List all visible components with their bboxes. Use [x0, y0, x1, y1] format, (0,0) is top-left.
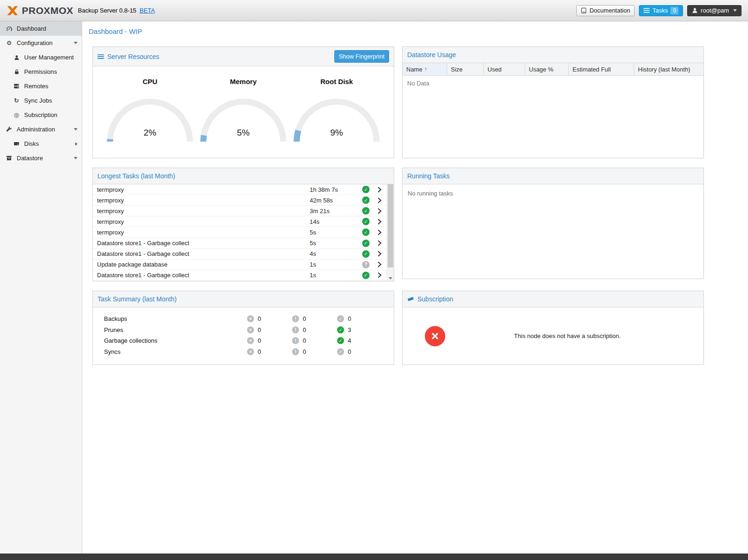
column-header-size[interactable]: Size [447, 63, 484, 75]
unlock-icon [13, 69, 20, 75]
gauges: CPU 2% Memory 5% Root Disk 9% [93, 66, 394, 158]
summary-row: Prunes ×0 !0 ✓3 [93, 325, 394, 336]
disks-icon [13, 141, 20, 147]
life-ring-icon: ◎ [13, 112, 20, 118]
status-icon: ✓ [362, 196, 370, 204]
tasks-label: Tasks [652, 7, 668, 14]
task-row[interactable]: termproxy 42m 58s ✓ [93, 195, 387, 206]
proxmox-logo: PROXMOX [7, 5, 73, 17]
gauge-value: 5% [199, 128, 287, 138]
longest-tasks-panel: Longest Tasks (last Month) termproxy 1h … [92, 168, 394, 281]
gauge-memory: Memory 5% [199, 78, 287, 158]
tasks-count-badge: 0 [670, 7, 678, 14]
status-icon: ✓ [362, 186, 370, 193]
top-bar: PROXMOX Backup Server 0.8-15 BETA Docume… [0, 0, 748, 21]
sidebar-item-label: Datastore [17, 155, 43, 162]
sidebar: Dashboard ⚙ Configuration User Managemen… [0, 21, 82, 553]
chevron-right-icon[interactable] [373, 272, 386, 278]
chevron-right-icon[interactable] [373, 208, 386, 214]
column-header-name[interactable]: Name ↑ [403, 63, 447, 75]
user-icon [692, 7, 698, 13]
gauge-arc [106, 98, 194, 146]
status-icon: ✓ [362, 207, 370, 215]
sidebar-item-remotes[interactable]: Remotes [0, 79, 82, 93]
chevron-right-icon[interactable] [373, 219, 386, 225]
error-icon: × [247, 326, 254, 333]
sidebar-item-permissions[interactable]: Permissions [0, 65, 82, 79]
scrollbar-thumb[interactable] [388, 184, 393, 267]
task-summary-table: Backups ×0 !0 ✓0 Prunes ×0 !0 ✓3 Gar [93, 307, 394, 365]
warning-icon: ! [292, 337, 299, 344]
archive-icon [6, 155, 13, 161]
proxmox-wordmark: PROXMOX [22, 5, 73, 16]
status-icon: ✓ [362, 240, 370, 247]
chevron-right-icon[interactable] [373, 229, 386, 235]
task-row[interactable]: Datastore store1 - Garbage collect 4s ✓ [93, 249, 387, 260]
panel-title: Subscription [417, 295, 453, 303]
chevron-right-icon [75, 142, 78, 146]
task-row[interactable]: Datastore store1 - Garbage collect 5s ✓ [93, 238, 387, 249]
gauge-value: 9% [293, 128, 381, 138]
sidebar-item-label: Dashboard [17, 25, 46, 32]
chevron-down-icon [74, 42, 78, 44]
chevron-right-icon[interactable] [373, 240, 386, 246]
user-menu-button[interactable]: root@pam [687, 5, 741, 16]
sidebar-item-label: Disks [24, 140, 39, 147]
task-row[interactable]: Update package database 1s ? [93, 260, 387, 270]
column-header-history[interactable]: History (last Month) [634, 63, 703, 75]
ok-icon: ✓ [337, 337, 344, 344]
user-menu-label: root@pam [701, 7, 729, 14]
content-header: Dashboard - WIP [82, 21, 748, 37]
panel-title: Running Tasks [407, 172, 450, 180]
task-list-icon [644, 7, 650, 13]
beta-link[interactable]: BETA [140, 7, 155, 14]
sidebar-item-datastore[interactable]: Datastore [0, 151, 82, 165]
column-header-estimated-full[interactable]: Estimated Full [569, 63, 634, 75]
chevron-right-icon[interactable] [373, 197, 386, 203]
sidebar-item-administration[interactable]: Administration [0, 122, 82, 137]
no-subscription-icon: × [425, 326, 445, 346]
app-root: PROXMOX Backup Server 0.8-15 BETA Docume… [0, 0, 748, 560]
sidebar-item-dashboard[interactable]: Dashboard [0, 21, 82, 36]
table-header: Name ↑ Size Used Usage % E [403, 63, 703, 76]
panel-title: Server Resources [107, 53, 159, 60]
column-header-usage-pct[interactable]: Usage % [525, 63, 569, 75]
empty-state-text: No Data [403, 76, 703, 158]
task-row[interactable]: termproxy 14s ✓ [93, 216, 387, 227]
error-icon: × [247, 337, 254, 344]
documentation-button[interactable]: Documentation [576, 5, 635, 16]
chevron-right-icon[interactable] [373, 261, 386, 267]
scrollbar-down-button[interactable] [387, 277, 394, 280]
chevron-down-icon [74, 157, 78, 159]
ok-icon: ✓ [337, 315, 344, 322]
task-row[interactable]: termproxy 1h 38m 7s ✓ [93, 184, 387, 195]
ok-icon: ✓ [337, 326, 344, 333]
task-row[interactable]: termproxy 5s ✓ [93, 227, 387, 238]
proxmox-x-icon [7, 5, 19, 17]
gauge-label: Memory [199, 78, 287, 85]
status-icon: ✓ [362, 218, 370, 225]
column-header-used[interactable]: Used [484, 63, 525, 75]
warning-icon: ! [292, 326, 299, 333]
chevron-right-icon[interactable] [373, 251, 386, 257]
sidebar-item-user-management[interactable]: User Management [0, 50, 82, 65]
chevron-down-icon [74, 128, 78, 130]
chevron-right-icon[interactable] [373, 187, 386, 193]
show-fingerprint-button[interactable]: Show Fingerprint [334, 50, 389, 63]
task-row[interactable]: Datastore store1 - Garbage collect 1s ✓ [93, 270, 387, 281]
sidebar-item-sync-jobs[interactable]: ↻ Sync Jobs [0, 93, 82, 108]
sort-ascending-icon: ↑ [424, 66, 427, 72]
sidebar-item-label: Permissions [24, 68, 57, 75]
sidebar-item-disks[interactable]: Disks [0, 137, 82, 151]
task-row[interactable]: termproxy 3m 21s ✓ [93, 206, 387, 216]
error-icon: × [247, 315, 254, 322]
tasks-button[interactable]: Tasks 0 [639, 5, 683, 16]
status-icon: ✓ [362, 272, 370, 279]
sidebar-item-configuration[interactable]: ⚙ Configuration [0, 36, 82, 50]
status-icon: ? [362, 261, 370, 268]
sidebar-item-subscription[interactable]: ◎ Subscription [0, 108, 82, 122]
documentation-label: Documentation [590, 7, 630, 14]
scrollbar[interactable] [387, 184, 394, 281]
gauge-label: Root Disk [293, 78, 381, 85]
panel-title: Longest Tasks (last Month) [98, 172, 175, 180]
